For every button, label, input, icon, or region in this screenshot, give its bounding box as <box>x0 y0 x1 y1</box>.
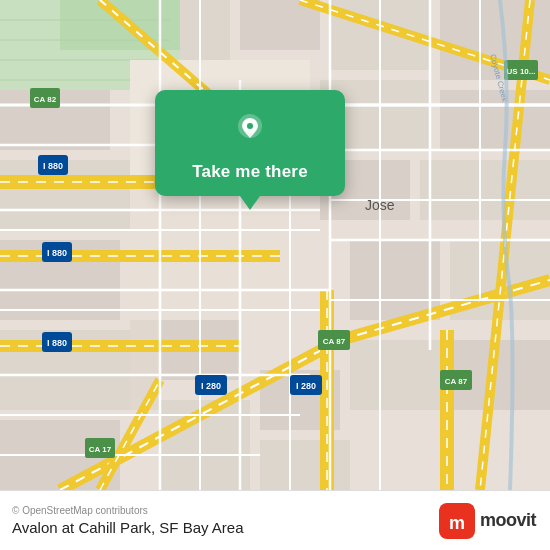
svg-text:I 880: I 880 <box>47 248 67 258</box>
svg-rect-17 <box>350 340 440 410</box>
svg-text:I 280: I 280 <box>296 381 316 391</box>
bottom-left-info: © OpenStreetMap contributors Avalon at C… <box>12 505 244 536</box>
take-me-there-button[interactable]: Take me there <box>192 162 308 182</box>
moovit-logo: m moovit <box>439 503 536 539</box>
popup-card[interactable]: Take me there <box>155 90 345 196</box>
svg-text:I 880: I 880 <box>43 161 63 171</box>
svg-text:CA 17: CA 17 <box>89 445 112 454</box>
svg-text:CA 82: CA 82 <box>34 95 57 104</box>
svg-text:CA 87: CA 87 <box>323 337 346 346</box>
svg-text:m: m <box>449 513 465 533</box>
location-title: Avalon at Cahill Park, SF Bay Area <box>12 519 244 536</box>
svg-text:Jose: Jose <box>365 197 395 213</box>
svg-text:I 880: I 880 <box>47 338 67 348</box>
map-attribution: © OpenStreetMap contributors <box>12 505 244 516</box>
svg-rect-15 <box>350 240 440 320</box>
map-background: I 880 I 880 I 880 I 280 I 280 CA 82 CA 8… <box>0 0 550 490</box>
svg-rect-12 <box>440 90 550 150</box>
svg-text:US 10...: US 10... <box>507 67 536 76</box>
location-pin-icon <box>228 108 272 152</box>
moovit-brand-name: moovit <box>480 510 536 531</box>
bottom-bar: © OpenStreetMap contributors Avalon at C… <box>0 490 550 550</box>
svg-text:I 280: I 280 <box>201 381 221 391</box>
svg-rect-14 <box>420 160 550 220</box>
svg-text:CA 87: CA 87 <box>445 377 468 386</box>
svg-point-102 <box>247 123 253 129</box>
svg-rect-22 <box>260 440 350 490</box>
svg-rect-24 <box>60 0 180 50</box>
moovit-logo-icon: m <box>439 503 475 539</box>
map-container: I 880 I 880 I 880 I 280 I 280 CA 82 CA 8… <box>0 0 550 490</box>
